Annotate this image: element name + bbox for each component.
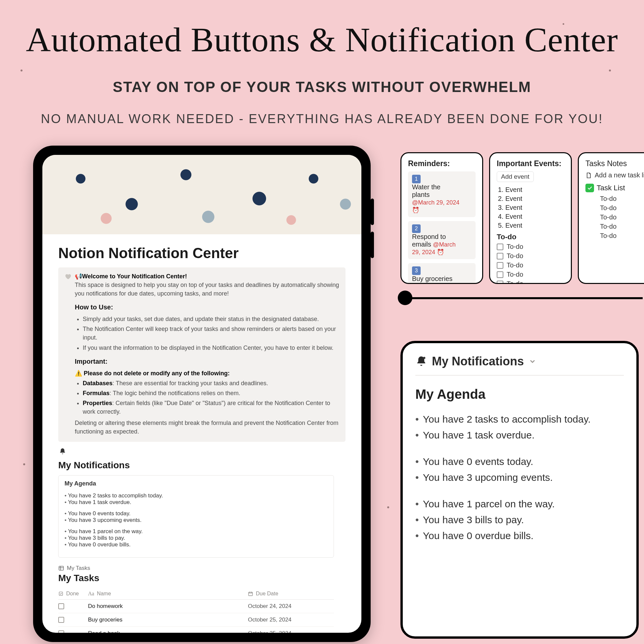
- event-item[interactable]: Event: [505, 204, 564, 211]
- agenda-heading: My Agenda: [415, 387, 624, 402]
- agenda-card: My Agenda You have 2 tasks to accomplish…: [58, 475, 334, 558]
- event-item[interactable]: Event: [505, 195, 564, 203]
- timeline-dot: [398, 291, 412, 305]
- notif-line: You have 1 parcel on the way.: [415, 498, 624, 510]
- important-warning: ⚠️ Please do not delete or modify any of…: [75, 370, 230, 377]
- todo-checkbox[interactable]: [497, 253, 503, 259]
- my-notifications-heading: My Notifications: [58, 460, 345, 471]
- todo-item[interactable]: To-do: [597, 232, 644, 240]
- svg-rect-1: [59, 592, 63, 596]
- task-name[interactable]: Do homework: [88, 603, 248, 610]
- table-icon: [58, 565, 64, 571]
- col-date[interactable]: Due Date: [248, 591, 334, 597]
- todo-checkbox[interactable]: [497, 271, 503, 278]
- reminders-card: Reminders: 1 Water the plants@March 29, …: [400, 152, 483, 284]
- task-date[interactable]: October 25, 2024: [248, 617, 334, 623]
- todo-subheading: To-do: [497, 233, 564, 241]
- important-title: Important:: [75, 357, 340, 366]
- todo-checkbox[interactable]: [497, 244, 503, 250]
- done-checkbox[interactable]: [58, 617, 64, 623]
- agenda-line: You have 1 task overdue.: [65, 499, 328, 506]
- hero-subtitle-2: NO MANUAL WORK NEEDED - EVERYTHING HAS A…: [0, 112, 644, 126]
- add-task-list-button[interactable]: Add a new task list: [585, 171, 644, 179]
- event-item[interactable]: Event: [505, 222, 564, 229]
- reminders-title: Reminders:: [408, 159, 476, 168]
- tasks-db-link[interactable]: My Tasks: [58, 565, 345, 572]
- task-date[interactable]: October 24, 2024: [248, 603, 334, 610]
- reminder-date: @March 29, 2024 ⏰: [412, 199, 459, 213]
- task-name[interactable]: Read a book: [88, 630, 248, 633]
- calendar-icon: [248, 591, 253, 596]
- table-row[interactable]: Do homework October 24, 2024: [58, 600, 334, 613]
- welcome-body: This space is designed to help you stay …: [75, 281, 340, 298]
- ipad-device: Notion Notification Center 📢Welcome to Y…: [33, 146, 371, 642]
- notif-line: You have 3 upcoming events.: [415, 472, 624, 483]
- todo-item[interactable]: To-do: [597, 223, 644, 230]
- event-item[interactable]: Event: [505, 186, 564, 194]
- agenda-line: You have 0 overdue bills.: [65, 541, 328, 548]
- page-icon: [585, 172, 592, 179]
- events-card: Important Events: Add event Event Event …: [489, 152, 572, 284]
- tasks-table: Done AaName Due Date Do homework October…: [58, 588, 334, 633]
- reminder-item[interactable]: 3 Buy groceries@March 29, 2024 9:00 AM (…: [408, 263, 476, 284]
- heart-icon: [64, 273, 71, 280]
- notifications-title: My Notifications: [432, 354, 524, 368]
- important-footer: Deleting or altering these elements migh…: [75, 419, 340, 436]
- hero-title: Automated Buttons & Notification Center: [0, 20, 644, 59]
- checkbox-icon: [58, 591, 64, 596]
- todo-item[interactable]: To-do: [597, 213, 644, 221]
- task-date[interactable]: October 25, 2024: [248, 630, 334, 633]
- howto-item: Simply add your tasks, set due dates, an…: [83, 315, 340, 323]
- todo-item[interactable]: To-do: [597, 195, 644, 203]
- table-row[interactable]: Read a book October 25, 2024: [58, 627, 334, 633]
- reminder-item[interactable]: 1 Water the plants@March 29, 2024 ⏰: [408, 171, 476, 217]
- number-badge: 1: [412, 175, 421, 183]
- reminder-item[interactable]: 2 Respond to emails @March 29, 2024 ⏰: [408, 221, 476, 259]
- svg-rect-0: [59, 566, 64, 570]
- col-name[interactable]: AaName: [88, 591, 248, 597]
- agenda-line: You have 3 bills to pay.: [65, 535, 328, 541]
- hero-subtitle-1: STAY ON TOP OF YOUR TASKS WITHOUT OVERWH…: [0, 79, 644, 95]
- important-item: Formulas: The logic behind the notificat…: [83, 389, 340, 397]
- chevron-down-icon[interactable]: [529, 357, 536, 365]
- todo-item[interactable]: To-do: [497, 280, 564, 284]
- notif-line: You have 1 task overdue.: [415, 430, 624, 441]
- col-done[interactable]: Done: [58, 591, 88, 597]
- agenda-line: You have 3 upcoming events.: [65, 517, 328, 524]
- svg-rect-2: [249, 592, 253, 596]
- howto-title: How to Use:: [75, 302, 340, 312]
- timeline-line: [404, 297, 643, 299]
- tasknotes-card: Tasks Notes Add a new task list Task Lis…: [578, 152, 644, 284]
- welcome-heading: 📢Welcome to Your Notification Center!: [75, 273, 187, 280]
- notif-line: You have 0 overdue bills.: [415, 530, 624, 541]
- number-badge: 2: [412, 224, 421, 233]
- notif-line: You have 3 bills to pay.: [415, 514, 624, 526]
- done-checkbox[interactable]: [58, 603, 64, 609]
- notif-line: You have 2 tasks to accomplish today.: [415, 414, 624, 425]
- done-checkbox[interactable]: [58, 630, 64, 633]
- howto-item: If you want the information to be displa…: [83, 344, 340, 352]
- bell-icon: [59, 448, 66, 455]
- todo-item[interactable]: To-do: [497, 271, 564, 278]
- agenda-title: My Agenda: [65, 480, 328, 487]
- todo-item[interactable]: To-do: [497, 243, 564, 251]
- important-item: Databases: These are essential for track…: [83, 379, 340, 388]
- agenda-line: You have 2 tasks to accomplish today.: [65, 492, 328, 499]
- page-cover: [42, 155, 361, 234]
- ipad-screen: Notion Notification Center 📢Welcome to Y…: [42, 155, 361, 633]
- todo-item[interactable]: To-do: [597, 204, 644, 212]
- event-item[interactable]: Event: [505, 213, 564, 220]
- table-row[interactable]: Buy groceries October 25, 2024: [58, 613, 334, 627]
- todo-item[interactable]: To-do: [497, 252, 564, 260]
- add-event-button[interactable]: Add event: [497, 171, 534, 182]
- todo-item[interactable]: To-do: [497, 261, 564, 269]
- agenda-line: You have 0 events today.: [65, 510, 328, 517]
- todo-checkbox[interactable]: [497, 262, 503, 269]
- notif-line: You have 0 events today.: [415, 456, 624, 467]
- number-badge: 3: [412, 266, 421, 275]
- check-icon: [585, 184, 594, 192]
- todo-checkbox[interactable]: [497, 281, 503, 284]
- svg-point-3: [423, 357, 426, 359]
- task-list-title[interactable]: Task List: [585, 184, 644, 192]
- task-name[interactable]: Buy groceries: [88, 617, 248, 623]
